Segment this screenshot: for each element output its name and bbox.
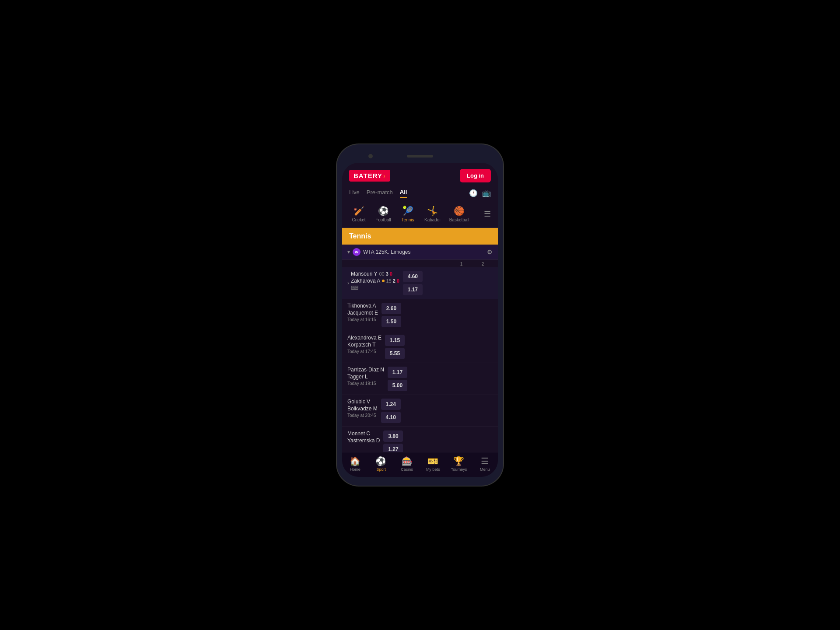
- nav-sport[interactable]: ⚽ Sport: [370, 456, 392, 472]
- basketball-label: Basketball: [449, 217, 469, 222]
- match4-odds: 1.17 5.00: [388, 367, 407, 391]
- search-icon: ☰: [484, 210, 491, 218]
- phone-speaker: [407, 155, 433, 158]
- match3-player2: Korpatsch T: [347, 342, 375, 348]
- nav-mybets-label: My bets: [426, 467, 440, 472]
- section-header: Tennis: [342, 228, 498, 245]
- sport-basketball[interactable]: 🏀 Basketball: [446, 204, 473, 224]
- match3-player2-row: Korpatsch T: [347, 342, 382, 348]
- match5-info: Golubic V Bolkvadze M Today at 20:45: [347, 399, 378, 418]
- match5-full-row: Golubic V Bolkvadze M Today at 20:45 1.2…: [347, 399, 493, 423]
- match4-odd2-btn[interactable]: 5.00: [388, 380, 407, 391]
- match2-player1-row: Tikhonova A: [347, 303, 378, 309]
- team2-row: Zakharova A 15 2 0: [351, 278, 399, 284]
- match2-full-row: Tikhonova A Jacquemot E Today at 16:15 2…: [347, 303, 493, 327]
- match-row-4: Parrizas-Diaz N Tagger L Today at 19:15 …: [342, 363, 498, 395]
- nav-casino-label: Casino: [401, 467, 413, 472]
- live-match-info: Mansouri Y 00 3 0 Zakharova A: [351, 271, 399, 291]
- live-odd2-btn[interactable]: 1.17: [403, 284, 423, 295]
- nav-home-label: Home: [350, 467, 360, 472]
- app-header: BATERY › Log in: [342, 163, 498, 186]
- match5-area: Golubic V Bolkvadze M Today at 20:45 1.2…: [347, 399, 401, 423]
- match3-area: Alexandrova E Korpatsch T Today at 17:45…: [347, 335, 405, 359]
- filter-icon[interactable]: ⚙: [487, 248, 493, 256]
- match-row-2: Tikhonova A Jacquemot E Today at 16:15 2…: [342, 299, 498, 331]
- phone-camera: [368, 154, 373, 158]
- basketball-icon: 🏀: [454, 206, 465, 216]
- video-icon[interactable]: 📺: [482, 189, 491, 197]
- match2-player2: Jacquemot E: [347, 310, 378, 316]
- tab-icons: 🕐 📺: [469, 189, 491, 197]
- nav-home[interactable]: 🏠 Home: [344, 456, 366, 472]
- sport-tennis[interactable]: 🎾 Tennis: [396, 204, 419, 224]
- match6-odd1-btn[interactable]: 3.80: [383, 430, 403, 442]
- match4-odd1-btn[interactable]: 1.17: [388, 367, 407, 378]
- match5-odd2-btn[interactable]: 4.10: [381, 412, 401, 423]
- match3-odd1-btn[interactable]: 1.15: [385, 335, 405, 346]
- home-icon: 🏠: [350, 456, 360, 466]
- match5-player1-row: Golubic V: [347, 399, 378, 405]
- match2-odd1-btn[interactable]: 2.60: [382, 303, 401, 314]
- match4-full-row: Parrizas-Diaz N Tagger L Today at 19:15 …: [347, 367, 493, 391]
- match-row-3: Alexandrova E Korpatsch T Today at 17:45…: [342, 331, 498, 363]
- kabaddi-label: Kabaddi: [424, 217, 441, 222]
- sport-nav-icon: ⚽: [375, 456, 386, 466]
- match3-odds: 1.15 5.55: [385, 335, 405, 359]
- team1-row: Mansouri Y 00 3 0: [351, 271, 399, 277]
- match6-full-row: Monnet C Yastremska D 3.80 1.27: [347, 430, 493, 452]
- match6-info: Monnet C Yastremska D: [347, 430, 380, 444]
- kabaddi-icon: 🤸: [427, 206, 438, 216]
- history-icon[interactable]: 🕐: [469, 189, 478, 197]
- match6-player2-row: Yastremska D: [347, 438, 380, 444]
- logo-arrow: ›: [383, 172, 386, 179]
- match3-odd2-btn[interactable]: 5.55: [385, 348, 405, 359]
- phone-notch: [342, 150, 498, 163]
- live-match-area: Mansouri Y 00 3 0 Zakharova A: [351, 271, 423, 295]
- app-logo: BATERY ›: [349, 170, 390, 182]
- nav-mybets[interactable]: 🎫 My bets: [422, 456, 444, 472]
- match-chevron-icon[interactable]: ›: [347, 280, 349, 286]
- casino-icon: 🎰: [402, 456, 413, 466]
- search-button[interactable]: ☰: [482, 207, 493, 220]
- player2-score: 15 2 0: [382, 278, 399, 284]
- match6-player2: Yastremska D: [347, 438, 380, 444]
- player1-name: Mansouri Y: [351, 271, 377, 277]
- keyboard-icon: ⌨: [351, 285, 399, 291]
- match2-time: Today at 16:15: [347, 317, 378, 322]
- nav-tourneys[interactable]: 🏆 Tourneys: [448, 456, 470, 472]
- login-button[interactable]: Log in: [460, 169, 491, 182]
- tabs-row: Live Pre-match All 🕐 📺: [342, 186, 498, 200]
- match3-time: Today at 17:45: [347, 349, 382, 354]
- live-odd1-btn[interactable]: 4.60: [403, 271, 423, 282]
- match2-player2-row: Jacquemot E: [347, 310, 378, 316]
- match5-player2-row: Bolkvadze M: [347, 406, 378, 412]
- sport-kabaddi[interactable]: 🤸 Kabaddi: [421, 204, 444, 224]
- sport-cricket[interactable]: 🏏 Cricket: [347, 204, 370, 224]
- cricket-label: Cricket: [352, 217, 365, 222]
- match5-time: Today at 20:45: [347, 413, 378, 418]
- match5-odd1-btn[interactable]: 1.24: [381, 399, 401, 410]
- tab-all[interactable]: All: [400, 189, 407, 198]
- nav-menu[interactable]: ☰ Menu: [474, 456, 496, 472]
- main-content: ▾ W WTA 125K. Limoges ⚙ 1 2 ›: [342, 245, 498, 452]
- tournament-logo: W: [353, 248, 360, 256]
- match2-odd2-btn[interactable]: 1.50: [382, 316, 401, 327]
- football-label: Football: [375, 217, 391, 222]
- nav-casino[interactable]: 🎰 Casino: [396, 456, 418, 472]
- match5-player1: Golubic V: [347, 399, 370, 405]
- tab-live[interactable]: Live: [349, 189, 360, 197]
- live-match-row: › Mansouri Y 00 3 0: [342, 267, 498, 299]
- live-match-odds: 4.60 1.17: [403, 271, 423, 295]
- sport-football[interactable]: ⚽ Football: [372, 204, 395, 224]
- logo-text: BATERY: [354, 172, 382, 179]
- player1-score: 00 3 0: [379, 271, 392, 276]
- match2-player1: Tikhonova A: [347, 303, 376, 309]
- live-dot: [382, 280, 385, 282]
- tab-prematch[interactable]: Pre-match: [367, 189, 393, 197]
- match6-odd2-btn[interactable]: 1.27: [383, 444, 403, 452]
- chevron-down-icon[interactable]: ▾: [347, 249, 350, 255]
- section-title: Tennis: [349, 232, 371, 240]
- tournament-header: ▾ W WTA 125K. Limoges ⚙: [342, 245, 498, 260]
- odds-header-row: 1 2: [342, 260, 498, 267]
- match5-odds: 1.24 4.10: [381, 399, 401, 423]
